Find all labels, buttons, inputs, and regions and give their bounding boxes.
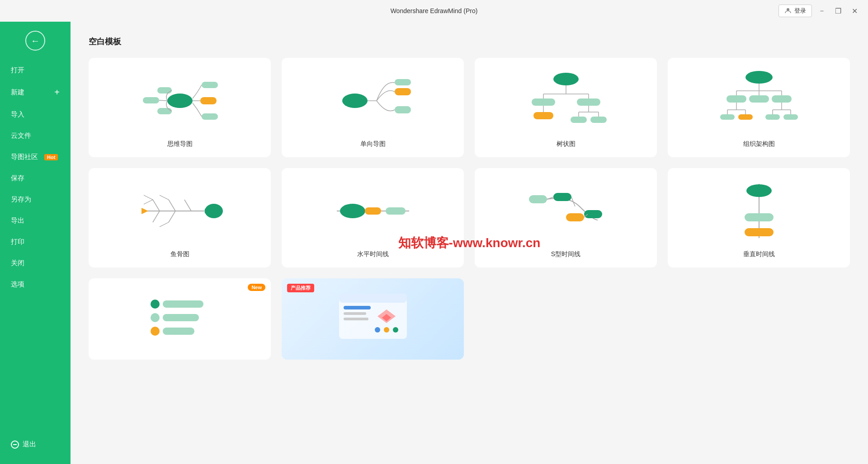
svg-rect-6: [202, 82, 218, 88]
svg-rect-14: [395, 88, 411, 95]
svg-rect-4: [200, 97, 217, 104]
svg-line-59: [144, 195, 153, 200]
svg-line-66: [160, 222, 169, 227]
svg-rect-7: [202, 113, 218, 120]
svg-rect-74: [566, 213, 584, 221]
svg-marker-67: [142, 208, 148, 214]
svg-point-80: [746, 184, 772, 197]
svg-point-100: [393, 327, 398, 333]
mind-map-preview: [135, 69, 225, 132]
sidebar-item-export[interactable]: 导出: [0, 210, 71, 231]
template-label-mind: 思维导图: [167, 140, 193, 148]
fishbone-preview: [135, 179, 225, 243]
htimeline-preview: [328, 179, 418, 243]
sidebar-item-cloud[interactable]: 云文件: [0, 125, 71, 146]
svg-point-57: [205, 204, 223, 218]
svg-rect-72: [529, 195, 547, 203]
back-button[interactable]: ←: [0, 22, 71, 60]
svg-line-64: [153, 211, 160, 222]
svg-line-58: [153, 200, 160, 211]
sidebar-item-open[interactable]: 打开: [0, 60, 71, 81]
svg-point-99: [384, 327, 389, 333]
sidebar-item-exit[interactable]: 退出: [0, 434, 71, 455]
svg-rect-53: [765, 114, 780, 120]
svg-rect-8: [157, 87, 172, 94]
template-stimeline[interactable]: S型时间线: [475, 168, 657, 267]
svg-rect-41: [749, 95, 769, 103]
template-oneway[interactable]: 单向导图: [282, 58, 464, 157]
svg-rect-71: [386, 207, 406, 215]
sidebar-item-new[interactable]: 新建 +: [0, 81, 71, 104]
svg-rect-16: [395, 79, 411, 85]
svg-point-69: [340, 204, 365, 218]
exit-icon: [11, 441, 19, 449]
svg-rect-48: [738, 114, 753, 120]
svg-line-65: [169, 211, 175, 222]
sidebar-item-print[interactable]: 打印: [0, 231, 71, 253]
template-label-oneway: 单向导图: [360, 140, 386, 148]
svg-rect-11: [157, 108, 172, 114]
template-label-stimeline: S型时间线: [551, 250, 580, 258]
svg-rect-32: [571, 117, 587, 123]
template-label-fishbone: 鱼骨图: [170, 250, 189, 258]
template-fishbone[interactable]: 鱼骨图: [89, 168, 271, 267]
template-product[interactable]: 产品推荐: [282, 278, 464, 360]
svg-rect-54: [783, 114, 798, 120]
section-title: 空白模板: [89, 36, 850, 47]
app-title: Wondershare EdrawMind (Pro): [391, 7, 478, 14]
tree-preview: [521, 69, 611, 132]
svg-rect-24: [577, 98, 600, 106]
product-preview: [337, 291, 409, 341]
svg-rect-92: [339, 294, 407, 303]
svg-point-98: [375, 327, 380, 333]
svg-rect-93: [344, 306, 371, 309]
template-grid-row1: 思维导图: [89, 58, 850, 157]
template-mind-map[interactable]: 思维导图: [89, 58, 271, 157]
svg-point-0: [787, 8, 789, 11]
template-htimeline[interactable]: 水平时间线: [282, 168, 464, 267]
template-vtimeline[interactable]: 垂直时间线: [668, 168, 850, 267]
sidebar-item-save[interactable]: 保存: [0, 168, 71, 189]
svg-line-62: [160, 195, 169, 200]
svg-line-10: [159, 100, 167, 101]
template-list[interactable]: New: [89, 278, 271, 360]
minimize-button[interactable]: －: [816, 5, 828, 17]
sidebar-item-import[interactable]: 导入: [0, 104, 71, 125]
svg-rect-94: [344, 312, 366, 315]
template-grid-row3: New 产品推荐: [89, 278, 850, 360]
template-label-org: 组织架构图: [743, 140, 775, 148]
svg-rect-86: [163, 300, 203, 308]
svg-rect-73: [553, 193, 571, 201]
svg-point-85: [151, 300, 160, 309]
template-org[interactable]: 组织架构图: [668, 58, 850, 157]
list-preview: [144, 291, 216, 341]
svg-rect-90: [163, 328, 194, 335]
template-tree[interactable]: 树状图: [475, 58, 657, 157]
new-badge: New: [248, 284, 265, 291]
login-button[interactable]: 登录: [778, 5, 812, 17]
sidebar-item-options[interactable]: 选项: [0, 274, 71, 295]
svg-rect-75: [584, 210, 602, 218]
template-label-vtimeline: 垂直时间线: [743, 250, 775, 258]
restore-button[interactable]: ❐: [832, 5, 844, 17]
vtimeline-preview: [714, 179, 804, 243]
svg-rect-40: [726, 95, 746, 103]
main-layout: ← 打开 新建 + 导入 云文件 导图社区 Hot 保存 另存为 导出 打: [0, 22, 868, 464]
svg-rect-15: [395, 106, 411, 113]
svg-point-12: [342, 94, 368, 108]
svg-rect-23: [532, 98, 555, 106]
svg-rect-82: [745, 213, 774, 221]
content-area: 知软博客-www.knowr.cn 空白模板: [71, 22, 868, 464]
sidebar-item-close[interactable]: 关闭: [0, 253, 71, 274]
titlebar: Wondershare EdrawMind (Pro) 登录 － ❐ ✕: [0, 0, 868, 22]
template-label-tree: 树状图: [557, 140, 576, 148]
svg-rect-47: [720, 114, 735, 120]
sidebar-item-community[interactable]: 导图社区 Hot: [0, 146, 71, 168]
sidebar-item-saveas[interactable]: 另存为: [0, 189, 71, 210]
svg-point-34: [745, 71, 773, 84]
close-button[interactable]: ✕: [848, 5, 861, 17]
svg-line-60: [144, 200, 153, 204]
stimeline-preview: [521, 179, 611, 243]
template-label-htimeline: 水平时间线: [357, 250, 389, 258]
svg-point-3: [167, 94, 193, 108]
